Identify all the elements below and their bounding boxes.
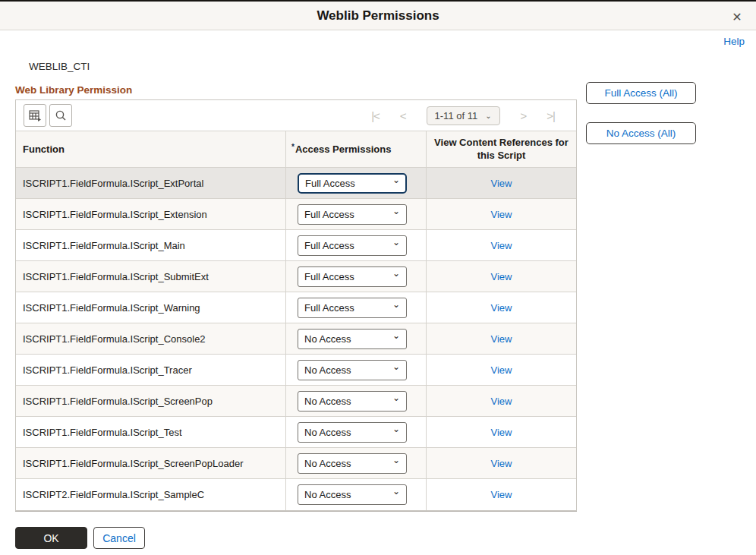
- access-select-wrap: No Access: [298, 422, 407, 443]
- view-cell: View: [426, 479, 576, 510]
- table-row: ISCRIPT1.FieldFormula.IScript_ScreenPop …: [16, 386, 576, 417]
- view-cell: View: [426, 292, 576, 323]
- cancel-button[interactable]: Cancel: [93, 527, 145, 549]
- function-cell: ISCRIPT1.FieldFormula.IScript_Tracer: [16, 355, 285, 385]
- dialog-titlebar: Weblib Permissions ✕: [0, 0, 756, 30]
- table-row: ISCRIPT1.FieldFormula.IScript_Tracer No …: [16, 355, 576, 386]
- pagination-next-icon[interactable]: >: [521, 109, 527, 122]
- ok-button[interactable]: OK: [15, 527, 87, 549]
- grid-header-row: Function * Access Permissions View Conte…: [16, 131, 576, 168]
- access-permission-select[interactable]: No Access: [298, 422, 407, 443]
- function-cell: ISCRIPT1.FieldFormula.IScript_Console2: [16, 323, 285, 354]
- access-select-wrap: No Access: [298, 329, 407, 349]
- grid-body: ISCRIPT1.FieldFormula.IScript_ExtPortal …: [16, 168, 576, 510]
- view-link[interactable]: View: [491, 209, 512, 220]
- function-cell: ISCRIPT1.FieldFormula.IScript_ScreenPop: [16, 386, 285, 416]
- access-cell: Full Access: [285, 168, 426, 198]
- access-select-wrap: Full Access: [298, 173, 407, 194]
- access-cell: No Access: [285, 479, 426, 510]
- view-cell: View: [426, 448, 576, 478]
- view-cell: View: [426, 199, 576, 229]
- access-permission-select[interactable]: No Access: [298, 329, 407, 349]
- header-view-content-refs: View Content References for this Script: [426, 131, 576, 167]
- access-permission-select[interactable]: Full Access: [298, 173, 407, 194]
- header-access-permissions: * Access Permissions: [285, 131, 426, 167]
- table-row: ISCRIPT1.FieldFormula.IScript_Console2 N…: [16, 323, 576, 355]
- access-select-wrap: No Access: [298, 484, 407, 505]
- view-link[interactable]: View: [491, 396, 512, 407]
- function-cell: ISCRIPT1.FieldFormula.IScript_ExtPortal: [16, 168, 285, 198]
- table-row: ISCRIPT1.FieldFormula.IScript_ExtPortal …: [16, 168, 576, 199]
- view-link[interactable]: View: [491, 333, 512, 345]
- access-select-wrap: Full Access: [298, 235, 407, 256]
- header-access-label: Access Permissions: [295, 143, 391, 155]
- grid-pagination: |< < 1-11 of 11 ⌄ > >|: [371, 106, 572, 125]
- view-cell: View: [426, 386, 576, 416]
- access-cell: Full Access: [285, 230, 426, 260]
- function-cell: ISCRIPT1.FieldFormula.IScript_Test: [16, 417, 285, 447]
- table-row: ISCRIPT1.FieldFormula.IScript_Warning Fu…: [16, 292, 576, 323]
- view-link[interactable]: View: [491, 427, 512, 438]
- function-cell: ISCRIPT2.FieldFormula.IScript_SampleC: [16, 479, 285, 510]
- access-cell: No Access: [285, 386, 426, 416]
- access-permission-select[interactable]: No Access: [298, 391, 407, 412]
- function-cell: ISCRIPT1.FieldFormula.IScript_Warning: [16, 292, 285, 323]
- pagination-first-icon[interactable]: |<: [371, 109, 380, 122]
- function-cell: ISCRIPT1.FieldFormula.IScript_ScreenPopL…: [16, 448, 285, 478]
- view-link[interactable]: View: [491, 364, 512, 376]
- view-cell: View: [426, 261, 576, 292]
- access-cell: Full Access: [285, 292, 426, 323]
- dialog-title: Weblib Permissions: [317, 8, 439, 24]
- view-link[interactable]: View: [491, 302, 512, 314]
- pagination-prev-icon[interactable]: <: [400, 109, 406, 122]
- access-cell: Full Access: [285, 199, 426, 229]
- view-cell: View: [426, 417, 576, 447]
- access-permission-select[interactable]: Full Access: [298, 235, 407, 256]
- table-row: ISCRIPT2.FieldFormula.IScript_SampleC No…: [16, 479, 576, 510]
- access-cell: No Access: [285, 323, 426, 354]
- no-access-all-button[interactable]: No Access (All): [586, 122, 696, 144]
- full-access-all-button[interactable]: Full Access (All): [586, 82, 696, 104]
- chevron-down-icon: ⌄: [485, 112, 491, 120]
- access-permission-select[interactable]: No Access: [298, 360, 407, 380]
- access-select-wrap: Full Access: [298, 204, 407, 225]
- view-link[interactable]: View: [491, 458, 512, 469]
- help-link[interactable]: Help: [723, 36, 745, 47]
- pagination-range-label: 1-11 of 11: [435, 110, 478, 121]
- table-row: ISCRIPT1.FieldFormula.IScript_ScreenPopL…: [16, 448, 576, 479]
- table-row: ISCRIPT1.FieldFormula.IScript_Extension …: [16, 199, 576, 230]
- required-marker: *: [291, 143, 295, 151]
- section-title: Web Library Permission: [15, 84, 132, 96]
- access-permission-select[interactable]: Full Access: [298, 204, 407, 225]
- table-row: ISCRIPT1.FieldFormula.IScript_Test No Ac…: [16, 417, 576, 448]
- function-cell: ISCRIPT1.FieldFormula.IScript_Extension: [16, 199, 285, 229]
- close-icon[interactable]: ✕: [729, 8, 745, 25]
- view-cell: View: [426, 323, 576, 354]
- search-icon: [55, 109, 67, 121]
- permissions-grid: |< < 1-11 of 11 ⌄ > >| Function * Access…: [15, 99, 577, 511]
- function-cell: ISCRIPT1.FieldFormula.IScript_SubmitExt: [16, 261, 285, 292]
- access-select-wrap: No Access: [298, 391, 407, 412]
- view-link[interactable]: View: [491, 489, 512, 500]
- access-select-wrap: No Access: [298, 360, 407, 380]
- access-permission-select[interactable]: Full Access: [298, 298, 407, 318]
- header-function: Function: [16, 131, 285, 167]
- weblib-name-label: WEBLIB_CTI: [29, 61, 90, 72]
- grid-action-menu-button[interactable]: [24, 104, 46, 127]
- access-select-wrap: Full Access: [298, 266, 407, 287]
- access-cell: Full Access: [285, 261, 426, 292]
- pagination-last-icon[interactable]: >|: [547, 109, 555, 122]
- view-link[interactable]: View: [491, 240, 512, 251]
- view-cell: View: [426, 230, 576, 260]
- access-permission-select[interactable]: Full Access: [298, 266, 407, 287]
- view-link[interactable]: View: [491, 271, 512, 282]
- access-select-wrap: No Access: [298, 453, 407, 474]
- pagination-range-select[interactable]: 1-11 of 11 ⌄: [427, 106, 500, 125]
- access-cell: No Access: [285, 448, 426, 478]
- view-cell: View: [426, 168, 576, 198]
- view-link[interactable]: View: [491, 178, 512, 189]
- access-permission-select[interactable]: No Access: [298, 453, 407, 474]
- access-permission-select[interactable]: No Access: [298, 484, 407, 505]
- grid-search-button[interactable]: [49, 104, 72, 127]
- grid-action-menu-icon: [29, 109, 42, 121]
